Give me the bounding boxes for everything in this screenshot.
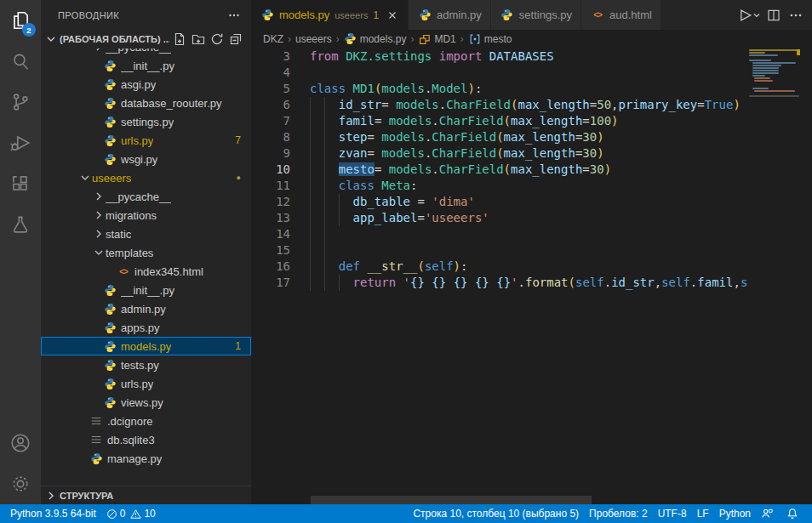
- tree-item-label: tests.py: [121, 359, 159, 372]
- statusbar-cursor-position[interactable]: Строка 10, столбец 10 (выбрано 5): [408, 504, 584, 523]
- activity-item-search[interactable]: [0, 41, 41, 82]
- tree-item-tests.py[interactable]: tests.py: [41, 355, 251, 374]
- split-editor-icon[interactable]: [763, 4, 785, 26]
- tree-item-templates[interactable]: templates: [41, 243, 251, 262]
- line-number-3[interactable]: 3: [251, 48, 290, 65]
- indent-guide: [310, 275, 311, 291]
- workspace-section-header[interactable]: (РАБОЧАЯ ОБЛАСТЬ) ...: [41, 30, 251, 48]
- line-number-5[interactable]: 5: [251, 81, 290, 97]
- minimap[interactable]: [749, 48, 802, 504]
- collapse-all-icon[interactable]: [227, 31, 244, 48]
- tree-item-urls.py[interactable]: urls.py: [41, 374, 251, 393]
- code-line-10: 10 mesto= models.CharField(max_length=30…: [251, 162, 812, 178]
- minimap-line: [752, 67, 779, 69]
- tree-item-wsgi.py[interactable]: wsgi.py: [41, 150, 251, 168]
- statusbar-problems[interactable]: 010: [101, 504, 166, 523]
- activity-item-account[interactable]: [0, 423, 41, 463]
- line-number-12[interactable]: 12: [251, 194, 290, 210]
- tab-admin.py[interactable]: admin.py: [409, 0, 491, 30]
- code-text: famil= models.CharField(max_length=100): [310, 113, 619, 129]
- tree-item-__pycache__[interactable]: __pycache__: [41, 48, 251, 56]
- line-number-15[interactable]: 15: [251, 242, 290, 259]
- activity-item-extensions[interactable]: [0, 163, 41, 204]
- line-number-10[interactable]: 10: [251, 162, 290, 178]
- tab-models.py[interactable]: models.pyuseeers1: [251, 0, 409, 30]
- tree-item-apps.py[interactable]: apps.py: [41, 318, 251, 337]
- more-actions-icon[interactable]: [785, 4, 807, 26]
- statusbar-feedback[interactable]: [756, 504, 781, 523]
- tree-item-manage.py[interactable]: manage.py: [41, 449, 251, 468]
- tree-item-db.sqlite3[interactable]: db.sqlite3: [41, 430, 251, 449]
- python-icon: [102, 153, 117, 166]
- line-number-9[interactable]: 9: [251, 145, 290, 162]
- workspace-label: (РАБОЧАЯ ОБЛАСТЬ) ...: [60, 34, 169, 44]
- tree-item-static[interactable]: static: [41, 225, 251, 243]
- tree-item-useeers[interactable]: useeers●: [41, 168, 251, 187]
- code-editor[interactable]: 3from DKZ.settings import DATABASES45cla…: [251, 48, 812, 504]
- statusbar-language-mode[interactable]: Python: [714, 504, 756, 523]
- line-number-8[interactable]: 8: [251, 129, 290, 145]
- tree-item-__pycache__[interactable]: __pycache__: [41, 187, 251, 206]
- indent-guide: [310, 242, 311, 259]
- horizontal-scrollbar[interactable]: [311, 496, 592, 504]
- tree-item-models.py[interactable]: models.py1: [41, 337, 251, 355]
- close-icon[interactable]: [386, 9, 399, 22]
- refresh-icon[interactable]: [209, 31, 226, 48]
- tree-item-label: __init__.py: [121, 60, 174, 72]
- tree-item-__init__.py[interactable]: __init__.py: [41, 56, 251, 75]
- statusbar-indentation[interactable]: Пробелов: 2: [584, 504, 653, 523]
- breadcrumb-item-useeers[interactable]: useeers: [295, 33, 332, 45]
- tab-settings.py[interactable]: settings.py: [491, 0, 581, 30]
- tree-item-views.py[interactable]: views.py: [41, 393, 251, 412]
- line-number-6[interactable]: 6: [251, 97, 290, 113]
- chevron-down-icon: [92, 246, 106, 259]
- python-icon: [102, 116, 117, 128]
- indent-guide: [310, 259, 311, 275]
- tree-item-index345.html[interactable]: <>index345.html: [41, 262, 251, 281]
- line-number-16[interactable]: 16: [251, 259, 290, 275]
- line-number-13[interactable]: 13: [251, 210, 290, 226]
- activity-item-run-debug[interactable]: [0, 122, 41, 163]
- outline-section-header[interactable]: СТРУКТУРА: [41, 486, 251, 504]
- indent-guide: [339, 210, 340, 226]
- new-file-icon[interactable]: [171, 31, 188, 48]
- activity-item-testing[interactable]: [0, 204, 41, 245]
- line-number-11[interactable]: 11: [251, 178, 290, 194]
- more-actions-icon[interactable]: [227, 9, 241, 22]
- breadcrumb-item-DKZ[interactable]: DKZ: [263, 33, 283, 45]
- activity-item-source-control[interactable]: [0, 82, 41, 122]
- line-number-17[interactable]: 17: [251, 275, 290, 291]
- tree-item-.dcignore[interactable]: .dcignore: [41, 412, 251, 430]
- run-dropdown-icon[interactable]: [751, 4, 763, 26]
- outline-label: СТРУКТУРА: [60, 491, 113, 501]
- tree-item-database_roouter.py[interactable]: database_roouter.py: [41, 94, 251, 112]
- problems-count: 10: [144, 508, 155, 520]
- tree-item-asgi.py[interactable]: asgi.py: [41, 75, 251, 94]
- new-folder-icon[interactable]: [190, 31, 207, 48]
- activity-item-settings[interactable]: [0, 463, 41, 504]
- code-text: def __str__(self):: [310, 259, 467, 275]
- line-number-14[interactable]: 14: [251, 226, 290, 242]
- line-number-4[interactable]: 4: [251, 65, 290, 81]
- tree-item-__init__.py[interactable]: __init__.py: [41, 281, 251, 299]
- code-line-13: 13 app_label='useeers': [251, 210, 812, 226]
- activity-item-explorer[interactable]: 2: [0, 0, 41, 41]
- minimap-line: [749, 54, 778, 56]
- statusbar-encoding[interactable]: UTF-8: [653, 504, 692, 523]
- statusbar-eol[interactable]: LF: [692, 504, 714, 523]
- breadcrumb-item-MD1[interactable]: MD1: [418, 33, 455, 45]
- tree-item-admin.py[interactable]: admin.py: [41, 299, 251, 318]
- tree-item-label: urls.py: [121, 134, 153, 147]
- tree-item-urls.py[interactable]: urls.py7: [41, 131, 251, 150]
- tree-item-settings.py[interactable]: settings.py: [41, 112, 251, 131]
- statusbar-notifications[interactable]: [781, 504, 807, 523]
- breadcrumb-item-models.py[interactable]: models.py: [344, 32, 407, 45]
- line-number-7[interactable]: 7: [251, 113, 290, 129]
- tab-aud.html[interactable]: <>aud.html: [581, 0, 661, 30]
- breadcrumb-item-mesto[interactable]: mesto: [468, 33, 512, 45]
- statusbar-python-interpreter[interactable]: Python 3.9.5 64-bit: [5, 504, 101, 523]
- minimap-line: [749, 49, 798, 51]
- python-icon: [102, 321, 117, 334]
- code-text: step= models.CharField(max_length=30): [310, 129, 604, 145]
- tree-item-migrations[interactable]: migrations: [41, 206, 251, 225]
